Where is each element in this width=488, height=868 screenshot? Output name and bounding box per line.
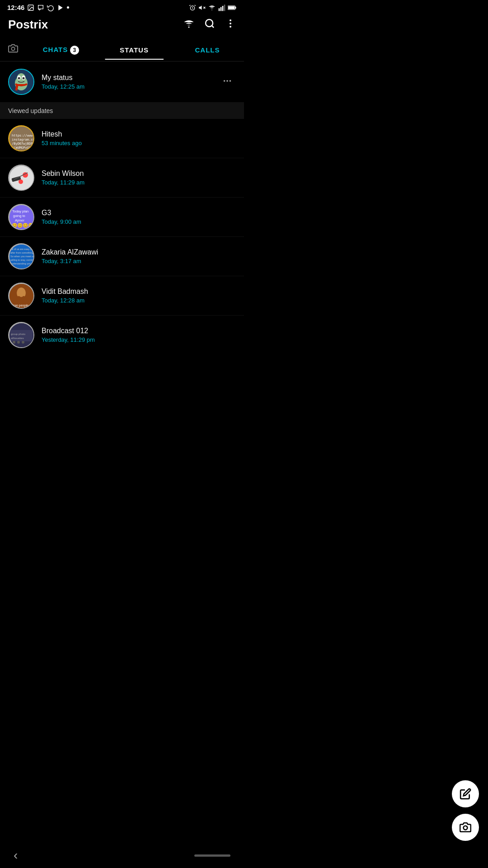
my-status-more-icon[interactable]: [219, 74, 236, 90]
g3-avatar-ring: Today plan going to Ajmer 😊😊😊😊: [8, 204, 34, 230]
calls-label: CALLS: [195, 46, 220, 54]
mute-icon: [198, 4, 206, 11]
my-status-row[interactable]: My status Today, 12:25 am: [0, 61, 244, 103]
tab-calls[interactable]: CALLS: [171, 40, 244, 59]
svg-marker-2: [59, 5, 63, 10]
tab-chats[interactable]: CHATS3: [24, 39, 98, 60]
svg-text:two people: two people: [13, 304, 28, 307]
zakaria-avatar: All of us are easy to be with.. after fr…: [9, 245, 33, 269]
status-bar-right: [189, 4, 237, 11]
status-list: https://www. instagram.com/p /ByD07wjBD8…: [0, 119, 244, 354]
vidit-time: Today, 12:28 am: [42, 297, 236, 304]
svg-rect-61: [10, 330, 33, 341]
sebin-avatar: [9, 166, 33, 190]
zakaria-time: Today, 3:17 am: [42, 258, 236, 264]
search-icon[interactable]: [204, 18, 215, 32]
vidit-name: Vidit Badmash: [42, 288, 236, 296]
broadcast-time: Yesterday, 11:29 pm: [42, 336, 236, 343]
svg-point-66: [22, 341, 24, 344]
camera-tab-icon[interactable]: [0, 38, 24, 61]
tab-status[interactable]: STATUS: [98, 40, 171, 59]
svg-rect-15: [228, 6, 235, 9]
g3-time: Today, 9:00 am: [42, 218, 236, 225]
chats-badge: 3: [70, 46, 79, 55]
list-item[interactable]: Sebin Wilson Today, 11:29 am: [0, 158, 244, 198]
app-bar-icons: [183, 18, 236, 32]
svg-point-21: [230, 26, 231, 28]
svg-point-32: [226, 80, 228, 82]
svg-point-20: [230, 23, 231, 24]
broadcast-avatar-ring: group photo silhouettes: [8, 322, 34, 348]
svg-text:/ByD07wjBD8zcdMu: /ByD07wjBD8zcdMu: [12, 142, 33, 146]
svg-point-58: [18, 289, 24, 297]
list-item[interactable]: https://www. instagram.com/p /ByD07wjBD8…: [0, 119, 244, 158]
zakaria-info: Zakaria AlZawawi Today, 3:17 am: [42, 248, 236, 264]
svg-text:😊😊😊😊: 😊😊😊😊: [12, 222, 33, 228]
signal-icon: [218, 4, 225, 11]
svg-point-17: [206, 19, 213, 27]
battery-icon: [228, 5, 237, 11]
svg-text:after from something...: after from something...: [10, 251, 33, 254]
hitesh-avatar-ring: https://www. instagram.com/p /ByD07wjBD8…: [8, 125, 34, 151]
svg-text:https://www.: https://www.: [12, 134, 33, 137]
app-title: Postrix: [8, 18, 48, 32]
more-options-icon[interactable]: [225, 18, 236, 32]
svg-point-19: [230, 19, 231, 21]
app-bar: Postrix: [0, 13, 244, 38]
message-icon: [37, 4, 44, 11]
sebin-info: Sebin Wilson Today, 11:29 am: [42, 170, 236, 186]
svg-text:Ajmer: Ajmer: [15, 218, 24, 222]
broadcast-avatar: group photo silhouettes: [9, 323, 33, 347]
svg-rect-9: [219, 8, 220, 11]
play-icon: [57, 4, 64, 11]
list-item[interactable]: Today plan going to Ajmer 😊😊😊😊 G3 Today,…: [0, 198, 244, 237]
svg-line-5: [195, 5, 196, 6]
status-bar-left: 12:46: [7, 4, 69, 11]
list-item[interactable]: All of us are easy to be with.. after fr…: [0, 237, 244, 276]
zakaria-avatar-ring: All of us are easy to be with.. after fr…: [8, 243, 34, 269]
svg-point-8: [211, 9, 212, 10]
list-item[interactable]: group photo silhouettes Broadcast 012 Ye…: [0, 316, 244, 354]
svg-text:going to: going to: [13, 214, 25, 218]
sync-icon: [47, 4, 54, 11]
svg-point-33: [230, 80, 231, 82]
svg-point-1: [29, 6, 30, 7]
svg-point-42: [19, 179, 23, 184]
g3-name: G3: [42, 209, 236, 217]
svg-rect-12: [224, 5, 225, 11]
zakaria-name: Zakaria AlZawawi: [42, 248, 236, 256]
svg-point-31: [224, 80, 225, 82]
svg-text:willing to stay, committed to: willing to stay, committed to: [10, 259, 33, 261]
my-status-avatar: [8, 69, 34, 95]
viewed-updates-label: Viewed updates: [8, 107, 53, 114]
svg-text:silhouettes: silhouettes: [11, 337, 24, 340]
hitesh-name: Hitesh: [42, 130, 236, 138]
tab-underline: [105, 59, 164, 60]
svg-rect-10: [221, 7, 222, 11]
alarm-icon: [189, 4, 196, 11]
sebin-avatar-ring: [8, 165, 34, 191]
svg-text:Today plan: Today plan: [12, 209, 28, 213]
svg-point-22: [11, 47, 14, 50]
svg-text:So when you meet someone who's: So when you meet someone who's: [10, 255, 33, 258]
chats-label: CHATS: [43, 46, 68, 53]
hitesh-time: 53 minutes ago: [42, 140, 236, 146]
svg-text:instagram.com/p: instagram.com/p: [12, 138, 33, 142]
tabs-row: CHATS3 STATUS CALLS: [0, 38, 244, 61]
squidward-svg: [9, 70, 33, 94]
svg-point-64: [13, 341, 15, 344]
time-display: 12:46: [7, 4, 24, 11]
hitesh-info: Hitesh 53 minutes ago: [42, 130, 236, 146]
my-status-time: Today, 12:25 am: [42, 83, 219, 90]
svg-line-4: [189, 5, 190, 6]
broadcast-info: Broadcast 012 Yesterday, 11:29 pm: [42, 327, 236, 343]
svg-rect-39: [9, 166, 33, 190]
image-icon: [27, 4, 34, 11]
svg-point-29: [23, 77, 25, 80]
status-bar: 12:46: [0, 0, 244, 13]
status-label: STATUS: [120, 46, 149, 54]
vidit-info: Vidit Badmash Today, 12:28 am: [42, 288, 236, 304]
broadcast-name: Broadcast 012: [42, 327, 236, 335]
list-item[interactable]: two people Vidit Badmash Today, 12:28 am: [0, 276, 244, 316]
svg-point-16: [188, 26, 190, 28]
